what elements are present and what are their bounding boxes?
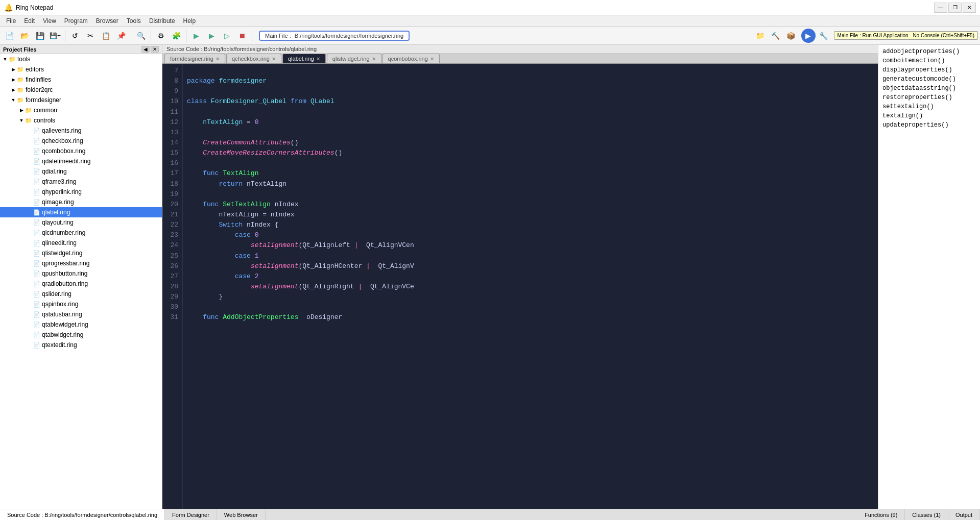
tab-qlabel-ring[interactable]: qlabel.ring✕ — [282, 54, 326, 63]
tree-item-editors[interactable]: ▶📁editors — [0, 64, 162, 75]
menu-help[interactable]: Help — [179, 16, 200, 26]
find-button[interactable]: 🔍 — [134, 29, 148, 43]
right-panel-item[interactable]: updateproperties() — [880, 120, 978, 130]
tree-item-tools[interactable]: ▼📁tools — [0, 54, 162, 64]
tree-item-qspinbox-ring[interactable]: 📄qspinbox.ring — [0, 299, 162, 309]
file-icon: 📄 — [33, 290, 41, 298]
bottom-right-tab-Output[interactable]: Output — [948, 509, 980, 520]
menu-tools[interactable]: Tools — [123, 16, 145, 26]
code-line: case 1 — [187, 251, 874, 261]
settings-button[interactable]: ⚙ — [154, 29, 168, 43]
tree-item-qallevents-ring[interactable]: 📄qallevents.ring — [0, 126, 162, 136]
tree-item-qframe3-ring[interactable]: 📄qframe3.ring — [0, 177, 162, 187]
tab-close-icon[interactable]: ✕ — [372, 56, 376, 62]
right-panel-item[interactable]: comboitemaction() — [880, 56, 978, 65]
tree-item-label: qslider.ring — [42, 290, 71, 298]
tree-item-qdatetimeedit-ring[interactable]: 📄qdatetimeedit.ring — [0, 156, 162, 166]
save-button[interactable]: 💾 — [33, 29, 47, 43]
tree-item-controls[interactable]: ▼📁controls — [0, 115, 162, 126]
restore-button[interactable]: ❐ — [948, 3, 962, 13]
menu-distribute[interactable]: Distribute — [145, 16, 179, 26]
code-line: class FormDesigner_QLabel from QLabel — [187, 96, 874, 107]
sidebar-ctrl-left[interactable]: ◀ — [141, 46, 150, 53]
minimize-button[interactable]: — — [934, 3, 947, 13]
tab-close-icon[interactable]: ✕ — [430, 56, 434, 62]
tree-item-qtabwidget-ring[interactable]: 📄qtabwidget.ring — [0, 330, 162, 340]
bottom-tab-Source-Cod[interactable]: Source Code : B:/ring/tools/formdesigner… — [0, 509, 165, 520]
save-all-button[interactable]: 💾+ — [48, 29, 62, 43]
tree-item-common[interactable]: ▶📁common — [0, 105, 162, 115]
extra-button[interactable]: 🔧 — [817, 29, 831, 43]
tree-item-qpushbutton-ring[interactable]: 📄qpushbutton.ring — [0, 268, 162, 279]
right-panel-item[interactable]: settextalign() — [880, 102, 978, 111]
code-line: case 0 — [187, 230, 874, 240]
folder-button[interactable]: 📁 — [753, 29, 768, 43]
code-content[interactable]: package formdesigner class FormDesigner_… — [183, 64, 878, 509]
tab-label: qcheckbox.ring — [232, 56, 270, 62]
build-button[interactable]: 🔨 — [769, 29, 783, 43]
window-controls: — ❐ ✕ — [934, 3, 976, 13]
reload-button[interactable]: ↺ — [68, 29, 82, 43]
tab-qlistwidget-ring[interactable]: qlistwidget.ring✕ — [327, 54, 381, 63]
tree-item-qlistwidget-ring[interactable]: 📄qlistwidget.ring — [0, 248, 162, 258]
tab-close-icon[interactable]: ✕ — [316, 56, 320, 62]
tree-item-qtextedit-ring[interactable]: 📄qtextedit.ring — [0, 340, 162, 350]
stop-button[interactable]: ⏹ — [235, 29, 249, 43]
menu-program[interactable]: Program — [60, 16, 92, 26]
line-num-23: 23 — [166, 230, 178, 240]
open-button[interactable]: 📂 — [17, 29, 32, 43]
bottom-tab-Web-Browse[interactable]: Web Browser — [217, 509, 266, 520]
tree-item-qdial-ring[interactable]: 📄qdial.ring — [0, 166, 162, 177]
tree-item-qimage-ring[interactable]: 📄qimage.ring — [0, 197, 162, 207]
tree-item-qlcdnumber-ring[interactable]: 📄qlcdnumber.ring — [0, 228, 162, 238]
tree-item-qslider-ring[interactable]: 📄qslider.ring — [0, 289, 162, 299]
package-button[interactable]: 📦 — [784, 29, 798, 43]
tree-item-qstatusbar-ring[interactable]: 📄qstatusbar.ring — [0, 309, 162, 319]
tree-item-qcheckbox-ring[interactable]: 📄qcheckbox.ring — [0, 136, 162, 146]
close-button[interactable]: ✕ — [963, 3, 976, 13]
tree-item-qhyperlink-ring[interactable]: 📄qhyperlink.ring — [0, 187, 162, 197]
paste-button[interactable]: 📌 — [114, 29, 128, 43]
menu-edit[interactable]: Edit — [20, 16, 39, 26]
tree-item-label: qlcdnumber.ring — [42, 229, 85, 236]
right-panel-item[interactable]: generatecustomcode() — [880, 75, 978, 84]
tree-item-qlabel-ring[interactable]: 📄qlabel.ring — [0, 207, 162, 217]
tree-item-qprogressbar-ring[interactable]: 📄qprogressbar.ring — [0, 258, 162, 268]
copy-button[interactable]: 📋 — [99, 29, 113, 43]
menu-view[interactable]: View — [39, 16, 60, 26]
tab-qcombobox-ring[interactable]: qcombobox.ring✕ — [383, 54, 440, 63]
bottom-tab-Form-Desig[interactable]: Form Designer — [165, 509, 217, 520]
right-panel-item[interactable]: addobjectproperties() — [880, 47, 978, 56]
tree-item-qcombobox-ring[interactable]: 📄qcombobox.ring — [0, 146, 162, 156]
tree-item-folder2qrc[interactable]: ▶📁folder2qrc — [0, 85, 162, 95]
right-panel: addobjectproperties()comboitemaction()di… — [878, 45, 980, 509]
run-no-console-button[interactable]: ▷ — [220, 29, 234, 43]
tab-close-icon[interactable]: ✕ — [216, 56, 220, 62]
run-button[interactable]: ▶ — [204, 29, 219, 43]
tree-item-qtablewidget-ring[interactable]: 📄qtablewidget.ring — [0, 319, 162, 330]
run-gui-button[interactable]: ▶ — [801, 29, 816, 43]
run-prev-button[interactable]: ▶ — [189, 29, 203, 43]
line-num-15: 15 — [166, 148, 178, 158]
tree-item-formdesigner[interactable]: ▼📁formdesigner — [0, 95, 162, 105]
sidebar-ctrl-x[interactable]: ✕ — [151, 46, 159, 53]
bottom-right-tab-Classes-1[interactable]: Classes (1) — [905, 509, 948, 520]
menu-file[interactable]: File — [2, 16, 20, 26]
menu-browser[interactable]: Browser — [92, 16, 123, 26]
right-panel-item[interactable]: restoreproperties() — [880, 93, 978, 102]
new-button[interactable]: 📄 — [2, 29, 16, 43]
plugin-button[interactable]: 🧩 — [169, 29, 183, 43]
tree-item-qlayout-ring[interactable]: 📄qlayout.ring — [0, 217, 162, 228]
right-panel-item[interactable]: displayproperties() — [880, 65, 978, 75]
tree-item-qradiobutton-ring[interactable]: 📄qradiobutton.ring — [0, 279, 162, 289]
tab-close-icon[interactable]: ✕ — [272, 56, 276, 62]
bottom-right-tab-Functions-9[interactable]: Functions (9) — [857, 509, 905, 520]
line-num-12: 12 — [166, 117, 178, 128]
tab-qcheckbox-ring[interactable]: qcheckbox.ring✕ — [226, 54, 281, 63]
cut-button[interactable]: ✂ — [83, 29, 98, 43]
tree-item-findinfiles[interactable]: ▶📁findinfiles — [0, 75, 162, 85]
right-panel-item[interactable]: textalign() — [880, 111, 978, 120]
right-panel-item[interactable]: objectdataasstring() — [880, 84, 978, 93]
tab-formdesigner-ring[interactable]: formdesigner.ring✕ — [164, 54, 225, 63]
tree-item-qlineedit-ring[interactable]: 📄qlineedit.ring — [0, 238, 162, 248]
